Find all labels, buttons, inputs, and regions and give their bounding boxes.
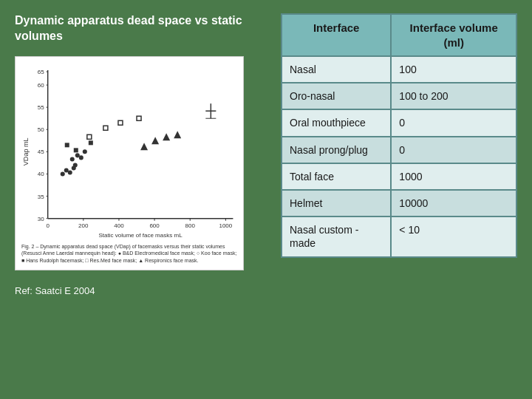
- col-header-volume: Interface volume (ml): [391, 14, 516, 56]
- ref-text: Ref: Saatci E 2004: [15, 285, 266, 296]
- table-row: Oral mouthpiece0: [282, 109, 516, 136]
- svg-point-31: [61, 171, 65, 176]
- svg-point-35: [73, 163, 78, 167]
- volume-cell: 1000: [391, 163, 516, 190]
- svg-text:400: 400: [114, 222, 124, 228]
- svg-marker-50: [174, 131, 181, 138]
- svg-text:60: 60: [38, 82, 44, 89]
- svg-text:55: 55: [38, 104, 44, 111]
- svg-marker-49: [163, 133, 170, 140]
- svg-rect-44: [65, 143, 69, 147]
- volume-cell: 0: [391, 137, 516, 163]
- svg-point-39: [83, 149, 87, 154]
- svg-marker-47: [140, 143, 148, 150]
- svg-rect-46: [89, 140, 93, 145]
- svg-text:40: 40: [38, 171, 44, 177]
- svg-point-36: [70, 157, 75, 161]
- svg-rect-41: [103, 126, 108, 130]
- col-header-interface: Interface: [282, 14, 391, 56]
- chart-svg: VDap mL 30 35 40 45 50 55 60 65 0 200 40…: [21, 63, 237, 241]
- interface-cell: Total face: [282, 163, 391, 190]
- svg-point-32: [64, 168, 69, 172]
- volume-cell: 100 to 200: [391, 83, 516, 109]
- svg-rect-43: [137, 116, 141, 120]
- svg-text:50: 50: [38, 126, 44, 133]
- table-row: Nasal custom -made< 10: [282, 216, 516, 256]
- svg-text:Static volume of face masks mL: Static volume of face masks mL: [98, 231, 183, 238]
- interface-cell: Nasal: [282, 56, 391, 83]
- slide-title: Dynamic apparatus dead space vs static v…: [15, 13, 266, 44]
- interface-cell: Nasal prong/plug: [282, 137, 391, 163]
- right-panel: Interface Interface volume (ml) Nasal100…: [281, 13, 517, 258]
- interface-cell: Helmet: [282, 190, 391, 216]
- svg-text:600: 600: [149, 222, 160, 228]
- chart-area: VDap mL 30 35 40 45 50 55 60 65 0 200 40…: [15, 56, 244, 270]
- interface-cell: Oro-nasal: [282, 83, 391, 109]
- volume-cell: < 10: [391, 216, 516, 256]
- table-row: Total face1000: [282, 163, 516, 190]
- table-row: Nasal prong/plug0: [282, 137, 516, 163]
- table-row: Nasal100: [282, 56, 516, 83]
- svg-point-37: [75, 153, 80, 157]
- volume-cell: 100: [391, 56, 516, 83]
- svg-text:65: 65: [38, 69, 44, 75]
- svg-point-33: [68, 170, 72, 174]
- volume-cell: 10000: [391, 190, 516, 216]
- svg-text:200: 200: [78, 222, 89, 228]
- svg-point-38: [79, 155, 83, 160]
- svg-rect-45: [74, 148, 78, 152]
- interface-cell: Oral mouthpiece: [282, 109, 391, 136]
- svg-text:30: 30: [38, 215, 44, 222]
- svg-marker-48: [151, 137, 159, 144]
- interface-cell: Nasal custom -made: [282, 216, 391, 256]
- svg-rect-42: [118, 120, 123, 125]
- table-row: Helmet10000: [282, 190, 516, 216]
- svg-text:35: 35: [38, 193, 44, 200]
- svg-text:800: 800: [185, 222, 196, 228]
- volume-cell: 0: [391, 109, 516, 136]
- chart-caption: Fig. 2 – Dynamic apparatus dead space (V…: [21, 243, 237, 263]
- svg-rect-40: [87, 134, 92, 139]
- svg-text:1000: 1000: [219, 222, 232, 228]
- data-table: Interface Interface volume (ml) Nasal100…: [281, 13, 517, 258]
- svg-text:VDap mL: VDap mL: [22, 137, 30, 166]
- svg-text:45: 45: [38, 149, 44, 155]
- left-panel: Dynamic apparatus dead space vs static v…: [15, 13, 266, 296]
- table-row: Oro-nasal100 to 200: [282, 83, 516, 109]
- svg-text:0: 0: [46, 222, 50, 228]
